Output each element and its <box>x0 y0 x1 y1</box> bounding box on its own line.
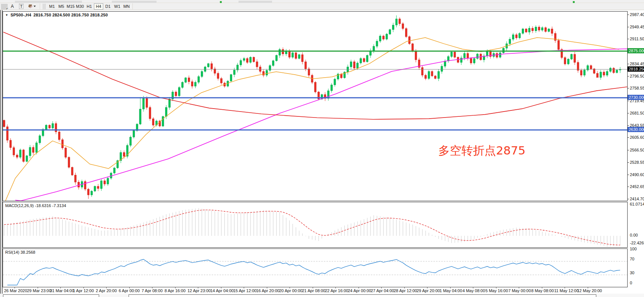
candle <box>532 28 534 31</box>
candle <box>185 78 187 82</box>
time-axis-tick-mark <box>588 287 588 288</box>
candle <box>544 28 546 31</box>
rsi-indicator-pane[interactable]: RSI(14) 38.2568 <box>3 248 628 287</box>
candle <box>78 182 80 187</box>
rsi-axis-tick: 0 <box>630 281 632 285</box>
font-tool-button[interactable]: A <box>8 3 17 10</box>
candle <box>613 68 615 73</box>
candle <box>415 51 417 60</box>
candle <box>191 82 193 86</box>
timeframe-button-d1[interactable]: D1 <box>103 3 113 10</box>
time-axis-label: 12 May 20:00 <box>577 288 602 293</box>
candle <box>175 92 177 96</box>
macd-axis-zero: 0.00 <box>630 233 638 238</box>
price-chart-pane[interactable]: ▼ SP500-,H4 2816.750 2824.500 2816.750 2… <box>3 11 628 201</box>
toolbar-drag-handle[interactable] <box>43 4 46 9</box>
macd-chart <box>3 202 627 247</box>
candle <box>535 27 537 31</box>
candle <box>590 66 592 69</box>
candle <box>84 181 86 189</box>
candle <box>208 64 209 67</box>
text-tool-glyph: T <box>19 4 24 9</box>
price-axis-tick: 2414.700 <box>630 197 644 201</box>
candle <box>606 71 608 75</box>
candle <box>392 25 394 29</box>
candle <box>519 34 521 38</box>
candle <box>220 78 222 83</box>
candle <box>243 59 245 60</box>
toolbar-grid-handle-icon[interactable]: F <box>1 4 8 9</box>
candle <box>574 54 576 63</box>
time-axis-tick-mark <box>221 287 221 288</box>
candle <box>451 52 452 57</box>
candle <box>525 29 527 32</box>
value-axis[interactable]: 2987.4002949.4502911.5002834.4502796.500… <box>628 11 644 288</box>
time-axis-label: 28 Apr 12:00 <box>394 288 417 293</box>
price-axis-tick: 2834.450 <box>630 62 644 66</box>
styles-tool-button[interactable] <box>26 3 38 10</box>
candle <box>52 124 54 128</box>
candle <box>211 64 212 69</box>
candle <box>389 29 391 34</box>
axis-tick-mark <box>628 113 629 113</box>
candle <box>217 74 219 79</box>
candle <box>357 63 359 68</box>
timeframe-button-m30[interactable]: M30 <box>75 3 85 10</box>
candle <box>382 36 384 39</box>
time-axis-tick-mark <box>15 287 15 288</box>
candle <box>353 62 355 68</box>
candle <box>395 19 397 25</box>
price-level-label: 2818.250 <box>628 66 644 72</box>
candle <box>68 157 70 168</box>
candle <box>256 62 258 67</box>
symbol-timeframe-label: SP500-,H4 <box>10 13 31 17</box>
candle <box>597 74 599 78</box>
candle <box>230 75 232 81</box>
chart-title: ▼ SP500-,H4 2816.750 2824.500 2816.750 2… <box>5 13 108 17</box>
timeframe-button-m5[interactable]: M5 <box>57 3 66 10</box>
time-axis[interactable]: 26 Mar 202029 Mar 23:0031 Mar 04:001 Apr… <box>3 287 628 294</box>
chevron-down-icon[interactable]: ▼ <box>5 13 8 17</box>
text-label-tool-button[interactable]: T <box>17 3 26 10</box>
candle <box>580 71 582 75</box>
candle <box>65 148 67 157</box>
price-level-label: 2630.000 <box>628 127 644 132</box>
candle <box>379 36 381 41</box>
time-axis-tick-mark <box>198 287 198 288</box>
candle <box>253 57 255 62</box>
candle <box>61 140 63 148</box>
candle <box>10 140 12 148</box>
candle <box>266 71 268 75</box>
candle <box>386 34 388 39</box>
timeframe-button-w1[interactable]: W1 <box>113 3 122 10</box>
price-axis-tick: 2490.600 <box>630 172 644 177</box>
timeframe-button-m1[interactable]: M1 <box>47 3 57 10</box>
timeframe-button-h1[interactable]: H1 <box>85 3 94 10</box>
time-axis-tick-mark <box>290 287 290 288</box>
candle <box>55 124 57 132</box>
candle <box>464 53 465 58</box>
timeframe-button-m15[interactable]: M15 <box>66 3 75 10</box>
price-axis-tick: 2681.500 <box>630 111 644 116</box>
chart-text-annotation[interactable]: 多空转折点2875 <box>438 143 525 159</box>
candle <box>402 24 404 29</box>
candle <box>3 120 5 126</box>
candle <box>107 178 109 184</box>
candle <box>366 55 368 62</box>
candle <box>181 82 183 88</box>
candle <box>467 53 469 59</box>
timeframe-button-mn[interactable]: MN <box>122 3 131 10</box>
candle <box>198 76 200 82</box>
candle <box>295 53 297 59</box>
time-axis-label: 1 May 04:00 <box>440 288 463 293</box>
candle <box>94 186 96 191</box>
axis-tick-mark <box>628 64 629 64</box>
time-axis-label: 22 Apr 16:00 <box>325 288 348 293</box>
rsi-axis-tick: 70 <box>630 257 634 262</box>
rsi-line <box>7 259 620 285</box>
candle <box>399 19 401 24</box>
axis-tick-mark <box>628 187 629 187</box>
timeframe-button-h4[interactable]: H4 <box>94 3 103 10</box>
macd-indicator-pane[interactable]: MACD(12,26,9) -18.6316 -7.3134 <box>3 202 628 248</box>
candle <box>408 37 410 44</box>
